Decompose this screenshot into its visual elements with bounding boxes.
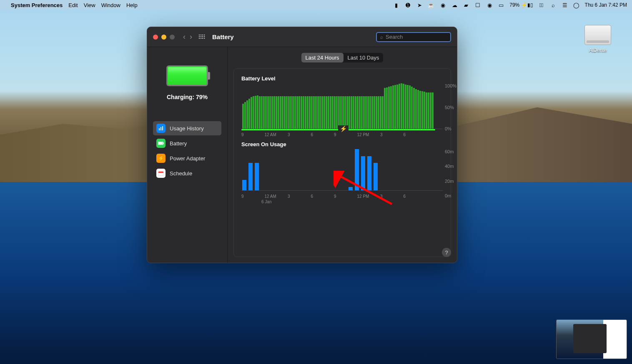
help-button[interactable]: ?: [442, 248, 451, 257]
desktop-drive-icon[interactable]: AlDente: [580, 25, 615, 53]
x-axis-labels: 9 12 AM 3 6 9 12 PM 3 6: [241, 194, 443, 199]
svg-rect-4: [163, 142, 164, 144]
menu-view[interactable]: View: [84, 2, 95, 8]
sidebar-item-label: Usage History: [170, 125, 204, 132]
status-icon[interactable]: ☕: [428, 2, 434, 8]
search-icon: ⌕: [380, 34, 383, 40]
window-titlebar[interactable]: ‹ › ⠿⠿ Battery ⌕: [147, 27, 457, 47]
chart-title-screen-on: Screen On Usage: [241, 141, 443, 147]
x-axis-labels: 9 12 AM 3 6 9 12 PM 3 6: [241, 132, 443, 137]
calendar-icon: [156, 169, 166, 178]
traffic-lights: [153, 35, 175, 40]
chart-section: Battery Level ⚡ 100% 50% 0% 9: [233, 68, 451, 257]
wifi-icon[interactable]: �᷍: [538, 2, 545, 8]
picture-in-picture-preview[interactable]: [556, 319, 627, 359]
sidebar-item-power-adapter[interactable]: ⚡ Power Adapter: [153, 151, 221, 165]
search-box[interactable]: ⌕: [376, 32, 451, 42]
chart-icon: [156, 124, 166, 133]
svg-rect-2: [162, 126, 163, 130]
menu-window[interactable]: Window: [101, 2, 120, 8]
status-icon[interactable]: ☁: [451, 2, 458, 8]
drive-icon: [584, 25, 611, 45]
main-panel: Last 24 Hours Last 10 Days Battery Level…: [228, 47, 457, 263]
search-input[interactable]: [386, 34, 447, 40]
show-all-icon[interactable]: ⠿⠿: [198, 34, 205, 40]
svg-rect-5: [158, 142, 163, 145]
battery-icon: [156, 139, 166, 148]
back-button[interactable]: ‹: [183, 32, 186, 41]
battery-level-chart: ⚡: [241, 83, 443, 129]
menu-edit[interactable]: Edit: [68, 2, 78, 8]
svg-rect-7: [158, 172, 163, 173]
app-menu[interactable]: System Preferences: [11, 2, 63, 8]
sidebar-item-label: Schedule: [170, 170, 192, 177]
drive-label: AlDente: [580, 47, 615, 53]
x-axis-date-label: 6 Jan: [241, 199, 443, 204]
battery-icon: [166, 65, 208, 86]
battery-percentage[interactable]: 79% ⚡▮▯: [509, 2, 533, 8]
tab-last-24-hours[interactable]: Last 24 Hours: [301, 53, 344, 62]
status-icon[interactable]: ◉: [439, 2, 446, 8]
minimize-button[interactable]: [161, 35, 166, 40]
close-button[interactable]: [153, 35, 158, 40]
bolt-icon: ⚡: [338, 125, 349, 132]
preferences-window: ‹ › ⠿⠿ Battery ⌕ Charging: 79% Usage His…: [147, 27, 457, 263]
zoom-button[interactable]: [170, 35, 175, 40]
window-title: Battery: [212, 33, 234, 40]
status-icon[interactable]: ▭: [498, 2, 504, 8]
status-icon[interactable]: ➤: [416, 2, 423, 8]
chart-title-battery-level: Battery Level: [241, 75, 443, 82]
forward-button[interactable]: ›: [190, 32, 192, 41]
sidebar-item-label: Power Adapter: [170, 155, 205, 162]
sidebar-item-battery[interactable]: Battery: [153, 136, 221, 150]
menu-help[interactable]: Help: [126, 2, 138, 8]
svg-rect-1: [161, 127, 161, 130]
status-icon[interactable]: ▰: [463, 2, 469, 8]
display-icon[interactable]: ☐: [474, 2, 481, 8]
sidebar-item-label: Battery: [170, 140, 187, 147]
sidebar: Charging: 79% Usage History Battery ⚡ Po…: [147, 47, 228, 263]
y-axis-labels: 60m 40m 20m 0m: [445, 149, 457, 198]
time-range-tabs: Last 24 Hours Last 10 Days: [301, 53, 384, 62]
siri-icon[interactable]: ◯: [573, 2, 580, 8]
svg-rect-0: [159, 128, 160, 130]
sidebar-item-schedule[interactable]: Schedule: [153, 166, 221, 180]
sidebar-item-usage-history[interactable]: Usage History: [153, 121, 221, 135]
menubar: System Preferences Edit View Window Help…: [0, 0, 632, 10]
status-icon[interactable]: ◉: [486, 2, 493, 8]
status-icon[interactable]: ▮: [393, 2, 399, 8]
tab-last-10-days[interactable]: Last 10 Days: [344, 53, 384, 62]
bolt-icon: ⚡: [156, 154, 166, 163]
charging-status: Charging: 79%: [153, 94, 221, 100]
datetime[interactable]: Thu 6 Jan 7:42 PM: [585, 2, 627, 8]
screen-on-chart: [241, 149, 443, 191]
spotlight-icon[interactable]: ⌕: [550, 2, 557, 8]
control-center-icon[interactable]: ☰: [562, 2, 568, 8]
y-axis-labels: 100% 50% 0%: [445, 83, 457, 131]
status-icon[interactable]: ➊: [404, 2, 411, 8]
